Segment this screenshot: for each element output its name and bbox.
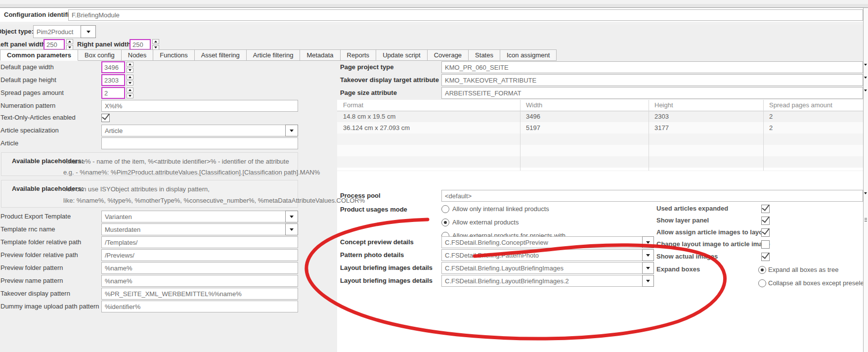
object-type-value[interactable] <box>33 25 81 38</box>
concept-preview-details-dropdown-button[interactable] <box>642 236 654 248</box>
page-size-attribute-input[interactable] <box>441 87 863 99</box>
takeover-display-target-attribute-input[interactable] <box>441 74 863 86</box>
preview-folder-relative-path-input[interactable] <box>101 249 298 261</box>
radio-allow-external-products[interactable] <box>441 219 449 226</box>
template-folder-relative-path-input[interactable] <box>101 236 298 248</box>
pattern-photo-details-value[interactable] <box>441 249 643 261</box>
tab-reports[interactable]: Reports <box>341 49 377 61</box>
takeover-display-pattern-input[interactable] <box>101 288 298 300</box>
show-actual-images-checkbox[interactable] <box>761 253 770 261</box>
radio-collapse-all-boxes[interactable] <box>758 279 766 287</box>
article-specialization-value[interactable] <box>101 125 298 136</box>
template-folder-relative-path-label: Template folder relative path <box>0 236 81 248</box>
show-layer-panel-label: Show layer panel <box>656 215 709 226</box>
tab-asset-filtering[interactable]: Asset filtering <box>195 49 247 61</box>
spread-pages-amount-label: Spread pages amount <box>0 87 64 99</box>
tab-icon-assigment[interactable]: Icon assigment <box>500 49 557 61</box>
radio-expand-all-boxes-as-tree[interactable] <box>758 266 766 274</box>
arrow-up-icon <box>129 76 131 78</box>
tab-common-parameters[interactable]: Common parameters <box>0 49 78 61</box>
tab-nodes[interactable]: Nodes <box>122 49 154 61</box>
default-page-height-input[interactable] <box>101 74 125 86</box>
tab-states[interactable]: States <box>469 49 500 61</box>
radio-allow-only-internal-linked-products[interactable] <box>441 205 449 213</box>
radio-label[interactable]: Allow only internal linked products <box>452 203 549 215</box>
tab-coverage[interactable]: Coverage <box>428 49 469 61</box>
object-type-dropdown-button[interactable] <box>81 25 96 38</box>
spin-down-button[interactable] <box>127 81 133 86</box>
used-articles-expanded-checkbox[interactable] <box>761 205 770 213</box>
layout-briefing-images-details-2-value[interactable] <box>441 275 643 287</box>
radio-label[interactable]: Expand all boxes as tree <box>768 264 838 276</box>
chevron-down-icon[interactable] <box>864 194 867 202</box>
article-input[interactable] <box>101 137 298 149</box>
template-rnc-name-dropdown-button[interactable] <box>285 223 298 235</box>
spin-up-button[interactable] <box>127 62 133 67</box>
table-header-format[interactable]: Format <box>343 100 363 111</box>
dummy-image-upload-path-pattern-label: Dummy image upload path pattern <box>0 301 99 312</box>
default-page-height-spinner[interactable] <box>126 74 133 86</box>
preview-folder-pattern-input[interactable] <box>101 262 298 274</box>
pattern-photo-details-dropdown-button[interactable] <box>642 249 654 261</box>
splitter[interactable] <box>863 8 868 352</box>
product-export-template-dropdown-button[interactable] <box>285 211 298 222</box>
show-layer-panel-checkbox[interactable] <box>761 217 770 225</box>
spin-down-button[interactable] <box>127 68 133 73</box>
layout-briefing-images-details-dropdown-button[interactable] <box>642 262 654 274</box>
text-only-articles-checkbox[interactable] <box>101 114 110 122</box>
spin-up-button[interactable] <box>127 75 133 80</box>
arrow-down-icon <box>129 69 131 71</box>
spread-pages-amount-spinner[interactable] <box>126 87 133 99</box>
default-page-width-spinner[interactable] <box>126 61 133 73</box>
page-project-type-input[interactable] <box>441 61 863 73</box>
article-specialization-label: Article specialization <box>0 125 59 136</box>
chevron-down-icon[interactable] <box>864 91 867 99</box>
article-specialization-dropdown-button[interactable] <box>285 125 298 136</box>
radio-label[interactable]: Collapse all boxes except preselected bo <box>768 277 868 289</box>
top-strip <box>0 0 868 4</box>
spin-down-button[interactable] <box>127 93 133 98</box>
left-panel-width-spinner[interactable] <box>66 39 73 50</box>
process-pool-input[interactable] <box>441 190 863 202</box>
product-export-template-value[interactable] <box>101 211 298 222</box>
radio-label[interactable]: Allow external products <box>452 217 519 228</box>
spread-pages-amount-input[interactable] <box>101 87 125 99</box>
numeration-pattern-input[interactable] <box>101 100 298 112</box>
table-header-spread-pages-amount[interactable]: Spread pages amount <box>769 100 832 111</box>
takeover-display-pattern-label: Takeover display pattern <box>0 288 70 300</box>
tab-box-config[interactable]: Box config <box>78 49 122 61</box>
table-row[interactable] <box>337 111 863 122</box>
change-layout-image-checkbox[interactable] <box>761 240 770 249</box>
spin-up-button[interactable] <box>152 39 159 44</box>
table-header-height[interactable]: Height <box>654 100 673 111</box>
expand-boxes-label: Expand boxes <box>656 264 700 275</box>
splitter-grip-icon[interactable] <box>865 218 867 219</box>
allow-assign-article-images-label: Allow assign article images to layo... <box>656 226 768 238</box>
right-panel-width-input[interactable] <box>130 39 151 50</box>
chevron-down-icon[interactable] <box>864 79 867 86</box>
layout-briefing-images-details-value[interactable] <box>441 262 643 274</box>
table-row[interactable] <box>337 122 863 133</box>
allow-assign-article-images-checkbox[interactable] <box>761 228 770 237</box>
default-page-width-input[interactable] <box>101 61 125 73</box>
table-cell: 3496 <box>526 111 540 122</box>
concept-preview-details-value[interactable] <box>441 236 643 248</box>
tab-metadata[interactable]: Metadata <box>300 49 340 61</box>
left-panel-width-input[interactable] <box>43 39 65 50</box>
layout-briefing-images-details-2-dropdown-button[interactable] <box>642 275 654 287</box>
table-cell: 2 <box>769 122 773 133</box>
chevron-down-icon[interactable] <box>864 66 867 73</box>
tab-functions[interactable]: Functions <box>153 49 194 61</box>
dummy-image-upload-path-pattern-input[interactable] <box>101 301 298 312</box>
config-identifier-input[interactable] <box>68 9 863 21</box>
table-cell: 36.124 cm x 27.093 cm <box>343 122 410 133</box>
spin-up-button[interactable] <box>66 39 73 44</box>
template-rnc-name-value[interactable] <box>101 223 298 235</box>
table-header-width[interactable]: Width <box>526 100 542 111</box>
change-layout-image-label: Change layout image to article image <box>656 238 770 250</box>
right-panel-width-spinner[interactable] <box>152 39 159 50</box>
tab-article-filtering[interactable]: Article filtering <box>247 49 301 61</box>
spin-up-button[interactable] <box>127 88 133 92</box>
tab-update-script[interactable]: Update script <box>376 49 428 61</box>
preview-name-pattern-input[interactable] <box>101 275 298 287</box>
